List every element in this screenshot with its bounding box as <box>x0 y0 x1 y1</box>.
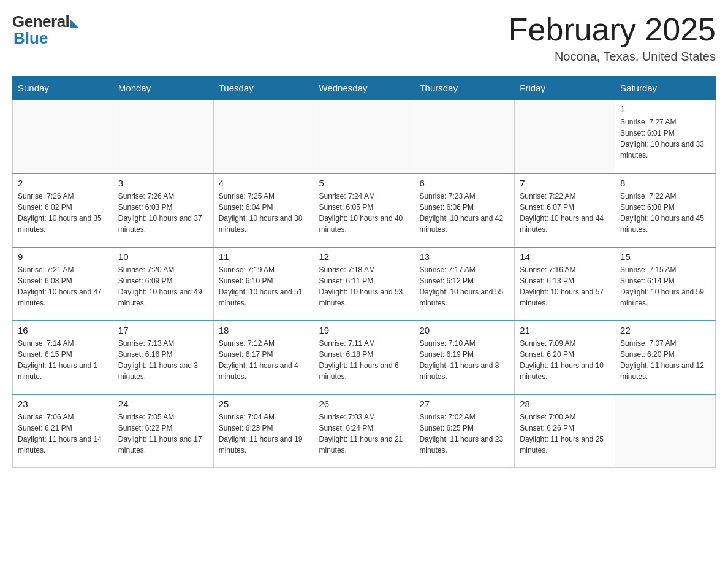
day-info: Sunrise: 7:00 AM Sunset: 6:26 PM Dayligh… <box>520 412 610 456</box>
calendar-table: SundayMondayTuesdayWednesdayThursdayFrid… <box>12 76 716 468</box>
day-number: 11 <box>219 251 309 262</box>
day-number: 14 <box>520 251 610 262</box>
calendar-cell: 19Sunrise: 7:11 AM Sunset: 6:18 PM Dayli… <box>314 321 414 394</box>
day-info: Sunrise: 7:23 AM Sunset: 6:06 PM Dayligh… <box>419 191 509 235</box>
day-header-sunday: Sunday <box>13 77 113 100</box>
day-info: Sunrise: 7:13 AM Sunset: 6:16 PM Dayligh… <box>118 338 208 382</box>
calendar-cell: 11Sunrise: 7:19 AM Sunset: 6:10 PM Dayli… <box>213 247 314 321</box>
day-info: Sunrise: 7:03 AM Sunset: 6:24 PM Dayligh… <box>319 412 409 456</box>
calendar-cell: 3Sunrise: 7:26 AM Sunset: 6:03 PM Daylig… <box>113 174 213 247</box>
day-info: Sunrise: 7:21 AM Sunset: 6:08 PM Dayligh… <box>18 264 108 308</box>
calendar-cell: 14Sunrise: 7:16 AM Sunset: 6:13 PM Dayli… <box>515 247 615 321</box>
day-number: 7 <box>520 178 610 188</box>
day-info: Sunrise: 7:14 AM Sunset: 6:15 PM Dayligh… <box>18 338 108 382</box>
day-number: 10 <box>118 251 208 262</box>
calendar-cell: 2Sunrise: 7:26 AM Sunset: 6:02 PM Daylig… <box>13 174 113 247</box>
day-header-friday: Friday <box>515 77 615 100</box>
day-number: 15 <box>620 251 710 262</box>
day-number: 18 <box>219 325 309 335</box>
calendar-cell: 24Sunrise: 7:05 AM Sunset: 6:22 PM Dayli… <box>113 394 213 468</box>
day-info: Sunrise: 7:12 AM Sunset: 6:17 PM Dayligh… <box>219 338 309 382</box>
calendar-cell: 6Sunrise: 7:23 AM Sunset: 6:06 PM Daylig… <box>414 174 515 247</box>
day-info: Sunrise: 7:19 AM Sunset: 6:10 PM Dayligh… <box>219 264 309 308</box>
calendar-cell: 10Sunrise: 7:20 AM Sunset: 6:09 PM Dayli… <box>113 247 213 321</box>
calendar-cell: 16Sunrise: 7:14 AM Sunset: 6:15 PM Dayli… <box>13 321 113 394</box>
calendar-cell: 27Sunrise: 7:02 AM Sunset: 6:25 PM Dayli… <box>414 394 515 468</box>
day-header-monday: Monday <box>113 77 213 100</box>
day-number: 13 <box>419 251 509 262</box>
calendar-cell: 5Sunrise: 7:24 AM Sunset: 6:05 PM Daylig… <box>314 174 414 247</box>
calendar-cell: 28Sunrise: 7:00 AM Sunset: 6:26 PM Dayli… <box>515 394 615 468</box>
calendar-cell <box>13 100 113 174</box>
logo-arrow-icon <box>70 20 79 28</box>
calendar-cell: 21Sunrise: 7:09 AM Sunset: 6:20 PM Dayli… <box>515 321 615 394</box>
day-info: Sunrise: 7:02 AM Sunset: 6:25 PM Dayligh… <box>419 412 509 456</box>
day-number: 1 <box>620 104 710 114</box>
calendar-cell: 1Sunrise: 7:27 AM Sunset: 6:01 PM Daylig… <box>615 100 716 174</box>
calendar-cell <box>414 100 515 174</box>
calendar-week-row: 9Sunrise: 7:21 AM Sunset: 6:08 PM Daylig… <box>13 247 716 321</box>
day-info: Sunrise: 7:26 AM Sunset: 6:02 PM Dayligh… <box>18 191 108 235</box>
day-info: Sunrise: 7:15 AM Sunset: 6:14 PM Dayligh… <box>620 264 710 308</box>
day-header-thursday: Thursday <box>414 77 515 100</box>
calendar-cell <box>213 100 314 174</box>
day-info: Sunrise: 7:10 AM Sunset: 6:19 PM Dayligh… <box>419 338 509 382</box>
day-number: 21 <box>520 325 610 335</box>
day-info: Sunrise: 7:07 AM Sunset: 6:20 PM Dayligh… <box>620 338 710 382</box>
calendar-cell: 4Sunrise: 7:25 AM Sunset: 6:04 PM Daylig… <box>213 174 314 247</box>
day-number: 28 <box>520 399 610 409</box>
day-info: Sunrise: 7:26 AM Sunset: 6:03 PM Dayligh… <box>118 191 208 235</box>
day-number: 2 <box>18 178 108 188</box>
day-number: 16 <box>18 325 108 335</box>
day-header-wednesday: Wednesday <box>314 77 414 100</box>
day-header-saturday: Saturday <box>615 77 716 100</box>
calendar-cell: 13Sunrise: 7:17 AM Sunset: 6:12 PM Dayli… <box>414 247 515 321</box>
calendar-cell: 7Sunrise: 7:22 AM Sunset: 6:07 PM Daylig… <box>515 174 615 247</box>
logo-blue-text: Blue <box>13 29 48 48</box>
day-info: Sunrise: 7:22 AM Sunset: 6:07 PM Dayligh… <box>520 191 610 235</box>
day-info: Sunrise: 7:04 AM Sunset: 6:23 PM Dayligh… <box>219 412 309 456</box>
day-info: Sunrise: 7:11 AM Sunset: 6:18 PM Dayligh… <box>319 338 409 382</box>
calendar-cell: 23Sunrise: 7:06 AM Sunset: 6:21 PM Dayli… <box>13 394 113 468</box>
calendar-header-row: SundayMondayTuesdayWednesdayThursdayFrid… <box>13 77 716 100</box>
calendar-cell: 17Sunrise: 7:13 AM Sunset: 6:16 PM Dayli… <box>113 321 213 394</box>
page-header: General Blue February 2025 Nocona, Texas… <box>12 12 716 64</box>
title-block: February 2025 Nocona, Texas, United Stat… <box>509 12 716 64</box>
day-info: Sunrise: 7:18 AM Sunset: 6:11 PM Dayligh… <box>319 264 409 308</box>
calendar-week-row: 16Sunrise: 7:14 AM Sunset: 6:15 PM Dayli… <box>13 321 716 394</box>
calendar-cell <box>314 100 414 174</box>
day-info: Sunrise: 7:24 AM Sunset: 6:05 PM Dayligh… <box>319 191 409 235</box>
day-number: 19 <box>319 325 409 335</box>
day-info: Sunrise: 7:16 AM Sunset: 6:13 PM Dayligh… <box>520 264 610 308</box>
calendar-cell: 26Sunrise: 7:03 AM Sunset: 6:24 PM Dayli… <box>314 394 414 468</box>
day-header-tuesday: Tuesday <box>213 77 314 100</box>
day-number: 6 <box>419 178 509 188</box>
logo: General Blue <box>12 12 79 48</box>
day-number: 17 <box>118 325 208 335</box>
calendar-cell <box>113 100 213 174</box>
day-number: 23 <box>18 399 108 409</box>
calendar-cell: 20Sunrise: 7:10 AM Sunset: 6:19 PM Dayli… <box>414 321 515 394</box>
day-number: 9 <box>18 251 108 262</box>
day-number: 24 <box>118 399 208 409</box>
day-info: Sunrise: 7:22 AM Sunset: 6:08 PM Dayligh… <box>620 191 710 235</box>
calendar-cell <box>515 100 615 174</box>
day-number: 20 <box>419 325 509 335</box>
day-number: 27 <box>419 399 509 409</box>
calendar-cell: 15Sunrise: 7:15 AM Sunset: 6:14 PM Dayli… <box>615 247 716 321</box>
day-info: Sunrise: 7:09 AM Sunset: 6:20 PM Dayligh… <box>520 338 610 382</box>
day-info: Sunrise: 7:06 AM Sunset: 6:21 PM Dayligh… <box>18 412 108 456</box>
day-number: 5 <box>319 178 409 188</box>
calendar-cell: 25Sunrise: 7:04 AM Sunset: 6:23 PM Dayli… <box>213 394 314 468</box>
day-info: Sunrise: 7:17 AM Sunset: 6:12 PM Dayligh… <box>419 264 509 308</box>
calendar-cell: 8Sunrise: 7:22 AM Sunset: 6:08 PM Daylig… <box>615 174 716 247</box>
day-number: 3 <box>118 178 208 188</box>
month-year-title: February 2025 <box>509 12 716 47</box>
day-info: Sunrise: 7:25 AM Sunset: 6:04 PM Dayligh… <box>219 191 309 235</box>
day-info: Sunrise: 7:05 AM Sunset: 6:22 PM Dayligh… <box>118 412 208 456</box>
day-number: 26 <box>319 399 409 409</box>
calendar-cell: 12Sunrise: 7:18 AM Sunset: 6:11 PM Dayli… <box>314 247 414 321</box>
day-number: 4 <box>219 178 309 188</box>
calendar-week-row: 23Sunrise: 7:06 AM Sunset: 6:21 PM Dayli… <box>13 394 716 468</box>
day-info: Sunrise: 7:20 AM Sunset: 6:09 PM Dayligh… <box>118 264 208 308</box>
